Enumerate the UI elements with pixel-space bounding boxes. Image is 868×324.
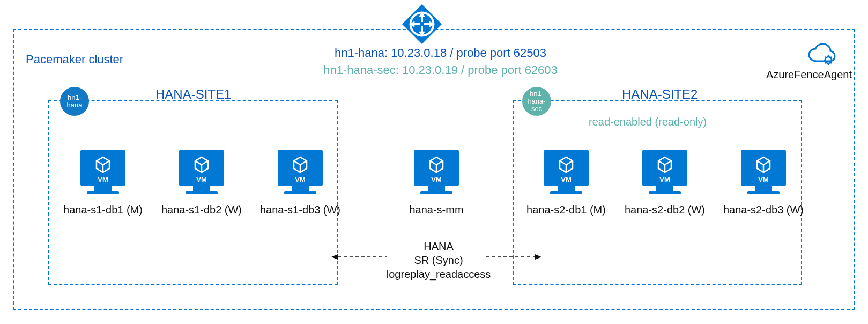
vm-icon [640, 148, 689, 197]
svg-line-12 [830, 62, 832, 63]
site1-title: HANA-SITE1 [155, 87, 231, 102]
svg-marker-0 [402, 4, 442, 44]
vm-icon [412, 148, 461, 197]
svg-marker-25 [331, 254, 338, 260]
vm-label: hana-s2-db2 (W) [625, 204, 705, 216]
cloud-gear-icon [807, 43, 837, 67]
svg-line-13 [825, 62, 826, 63]
svg-line-14 [830, 57, 832, 58]
vm-node: hana-s1-db3 (W) [255, 148, 345, 216]
lb-secondary-text: hn1-hana-sec: 10.23.0.19 / probe port 62… [6, 63, 868, 77]
svg-line-11 [825, 57, 826, 58]
vm-icon [541, 148, 591, 197]
fence-agent-label: AzureFenceAgent [766, 69, 852, 81]
vm-label: hana-s1-db3 (W) [260, 204, 340, 216]
load-balancer-icon [401, 3, 443, 45]
replication-line: logreplay_readaccess [369, 267, 508, 281]
site2-vms: hana-s2-db1 (M) hana-s2-db2 (W) hana-s2-… [521, 148, 808, 216]
vm-icon [177, 148, 226, 197]
site1-vms: hana-s1-db1 (M) hana-s1-db2 (W) hana-s1-… [58, 148, 345, 216]
lb-primary-text: hn1-hana: 10.23.0.18 / probe port 62503 [6, 46, 868, 60]
vm-label: hana-s2-db1 (M) [526, 204, 606, 216]
read-enabled-label: read-enabled (read-only) [589, 116, 707, 128]
arrow-right-icon [486, 254, 541, 260]
vm-label: hana-s1-db1 (M) [63, 204, 143, 216]
vm-node: hana-s2-db3 (W) [718, 148, 808, 216]
vm-icon [276, 148, 325, 197]
vm-icon [78, 148, 128, 197]
vm-node: hana-s1-db2 (W) [157, 148, 247, 216]
vm-node: hana-s1-db1 (M) [58, 148, 148, 216]
vm-icon [739, 148, 788, 197]
vm-label: hana-s1-db2 (W) [161, 204, 242, 216]
svg-marker-27 [535, 254, 541, 260]
site2-badge: hn1-hana-sec [522, 87, 551, 116]
arrow-left-icon [331, 254, 387, 260]
vm-label: hana-s-mm [409, 204, 463, 216]
vm-node: hana-s2-db1 (M) [521, 148, 611, 216]
site1-badge: hn1-hana [60, 87, 89, 116]
replication-line: HANA [369, 239, 508, 253]
site2-title: HANA-SITE2 [622, 87, 698, 102]
vm-label: hana-s2-db3 (W) [723, 204, 804, 216]
vm-node: hana-s2-db2 (W) [620, 148, 710, 216]
middle-vm: hana-s-mm [391, 148, 481, 216]
vm-node: hana-s-mm [391, 148, 481, 216]
replication-text: HANA SR (Sync) logreplay_readaccess [369, 239, 508, 281]
